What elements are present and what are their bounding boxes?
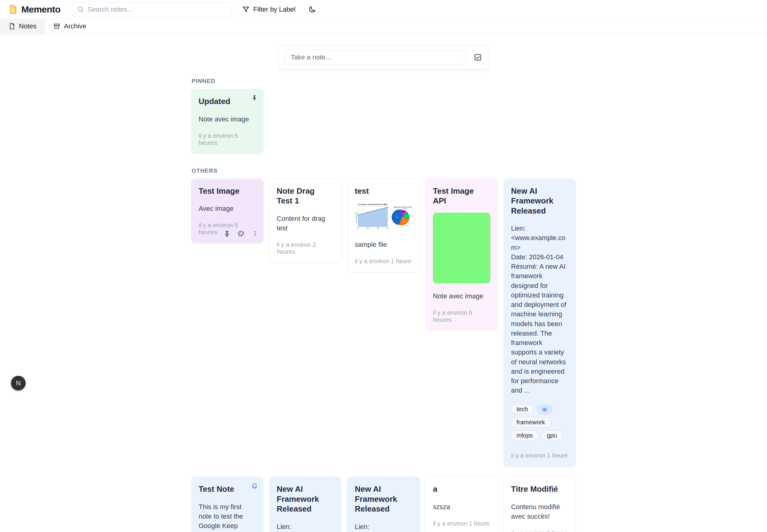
card-body: Contenu modifié avec succès!	[511, 502, 568, 521]
card-title: Note Drag Test 1	[277, 186, 334, 206]
tag-gpu[interactable]: gpu	[541, 430, 562, 440]
pin-outline-icon[interactable]	[224, 230, 230, 237]
note-card-test-note[interactable]: Test Note This is my first note to test …	[191, 476, 264, 532]
app-header: Memento Filter by Label	[0, 0, 767, 19]
tag-mlops[interactable]: mlops	[511, 430, 538, 440]
note-logo-icon	[9, 5, 18, 14]
tag-row: tech ai framework mlops gpu	[511, 404, 568, 444]
dark-mode-toggle[interactable]	[308, 5, 316, 13]
pin-filled-icon[interactable]	[251, 95, 258, 102]
tab-archive[interactable]: Archive	[45, 19, 95, 34]
svg-text:Consulting: Consulting	[402, 208, 407, 209]
moon-icon	[308, 5, 316, 13]
avatar-initial: N	[16, 379, 21, 387]
app-title: Memento	[21, 4, 60, 15]
svg-text:Q3: Q3	[377, 228, 379, 229]
note-card-note-drag-test[interactable]: Note Drag Test 1 Content for drag test i…	[269, 178, 342, 263]
reminder-bell-icon[interactable]	[251, 482, 258, 490]
svg-text:10.0%: 10.0%	[402, 213, 405, 214]
note-card-ai-framework-3[interactable]: New AI Framework Released Lien: <www.exa…	[347, 476, 420, 532]
card-title: New AI Framework Released	[277, 484, 334, 514]
card-timestamp: il y a environ 1 heure	[511, 444, 568, 459]
card-title: Test Image	[199, 186, 256, 196]
card-timestamp: il y a environ 5 heures	[199, 124, 256, 146]
svg-text:Q1: Q1	[357, 228, 359, 229]
card-timestamp: il y a environ 2 heures	[277, 233, 334, 255]
palette-icon[interactable]	[238, 230, 244, 237]
tag-framework[interactable]: framework	[511, 417, 550, 427]
tag-tech[interactable]: tech	[511, 404, 534, 414]
avatar-button[interactable]: N	[11, 376, 26, 390]
card-title: New AI Framework Released	[511, 186, 568, 216]
svg-text:Q2: Q2	[367, 228, 369, 229]
card-body: Lien: <www.example.com> Date: 2026-01-04…	[511, 224, 568, 395]
card-title: Test Note	[199, 484, 256, 494]
filter-by-label-button[interactable]: Filter by Label	[239, 3, 298, 16]
note-card-test[interactable]: test Croissance Trimestrielle du CA (M€)…	[347, 178, 420, 273]
take-a-note-input[interactable]	[285, 50, 466, 65]
card-body: This is my first note to test the Google…	[199, 502, 256, 532]
card-body: Lien: <www.example.com> Date: 2026-01-04…	[277, 522, 334, 532]
card-body: Content for drag test	[277, 214, 334, 233]
svg-text:Q4: Q4	[387, 228, 389, 229]
more-options-icon[interactable]	[252, 230, 258, 237]
search-input[interactable]	[72, 2, 232, 17]
card-body: sample file	[355, 240, 412, 249]
note-composer	[279, 45, 488, 69]
others-section-label: OTHERS	[192, 167, 576, 174]
pinned-section-label: PINNED	[192, 78, 576, 84]
card-timestamp: il y a environ 1 heure	[511, 521, 568, 532]
tab-notes[interactable]: Notes	[0, 19, 45, 34]
card-timestamp: il y a environ 5 heures	[433, 301, 490, 323]
svg-text:45.0%: 45.0%	[396, 217, 399, 218]
pinned-grid: Updated Note avec image il y a environ 5…	[191, 89, 576, 154]
file-text-icon	[9, 23, 15, 30]
tab-bar: Notes Archive	[0, 19, 767, 34]
card-timestamp: il y a environ 1 heure	[433, 512, 490, 527]
note-card-ai-framework-1[interactable]: New AI Framework Released Lien: <www.exa…	[503, 178, 576, 467]
new-checklist-button[interactable]	[474, 53, 482, 62]
funnel-icon	[242, 6, 250, 13]
card-title: a	[433, 484, 490, 494]
card-title: Updated	[199, 96, 256, 106]
note-card-ai-framework-2[interactable]: New AI Framework Released Lien: <www.exa…	[269, 476, 342, 532]
pie-chart-image: Répartition des Revenus 2024 Consulting …	[391, 201, 415, 232]
card-timestamp: il y a environ 1 heure	[355, 249, 412, 265]
tag-ai[interactable]: ai	[537, 404, 553, 414]
note-card-test-image-api[interactable]: Test Image API Note avec image il y a en…	[425, 178, 498, 331]
card-body: szsza	[433, 502, 490, 512]
card-hover-actions	[224, 230, 258, 237]
card-body: Lien: <www.example.com>\nDate: 2026-01-0…	[355, 522, 412, 532]
search-box	[72, 2, 232, 17]
note-card-updated[interactable]: Updated Note avec image il y a environ 5…	[191, 89, 264, 154]
app-logo: Memento	[9, 4, 60, 15]
card-body: Avec image	[199, 204, 256, 213]
card-title: Test Image API	[433, 186, 490, 206]
card-body: Note avec image	[433, 291, 490, 301]
others-grid: Test Image Avec image il y a environ 5 h…	[191, 178, 576, 532]
card-title: New AI Framework Released	[355, 484, 412, 514]
svg-text:Croissance Trimestrielle du CA: Croissance Trimestrielle du CA (M€)	[358, 204, 387, 206]
svg-text:Services: Services	[406, 225, 410, 226]
filter-by-label-text: Filter by Label	[253, 5, 295, 13]
svg-text:18.0%: 18.0%	[405, 216, 408, 217]
note-card-test-image[interactable]: Test Image Avec image il y a environ 5 h…	[191, 178, 264, 244]
tab-notes-label: Notes	[19, 22, 36, 30]
area-chart-image: Croissance Trimestrielle du CA (M€) Chif…	[355, 201, 389, 232]
notes-content: PINNED Updated Note avec image il y a en…	[191, 78, 576, 532]
note-image-green	[433, 213, 490, 283]
svg-text:Licences: Licences	[410, 215, 414, 217]
tab-archive-label: Archive	[64, 22, 86, 30]
svg-text:Produits: Produits	[391, 217, 395, 218]
svg-text:Répartition des Revenus 2024: Répartition des Revenus 2024	[394, 206, 412, 208]
note-card-a[interactable]: a szsza il y a environ 1 heure	[425, 476, 498, 532]
card-title: test	[355, 186, 412, 196]
checkbox-icon	[474, 53, 482, 62]
note-card-titre-modifie[interactable]: Titre Modifié Contenu modifié avec succè…	[503, 476, 576, 532]
archive-icon	[53, 23, 60, 30]
note-attachment-charts: Croissance Trimestrielle du CA (M€) Chif…	[355, 201, 412, 232]
svg-text:27.0%: 27.0%	[403, 221, 406, 222]
search-icon	[77, 6, 84, 13]
svg-text:Chiffre d'affaires (M€): Chiffre d'affaires (M€)	[355, 212, 357, 223]
card-title: Titre Modifié	[511, 484, 568, 494]
